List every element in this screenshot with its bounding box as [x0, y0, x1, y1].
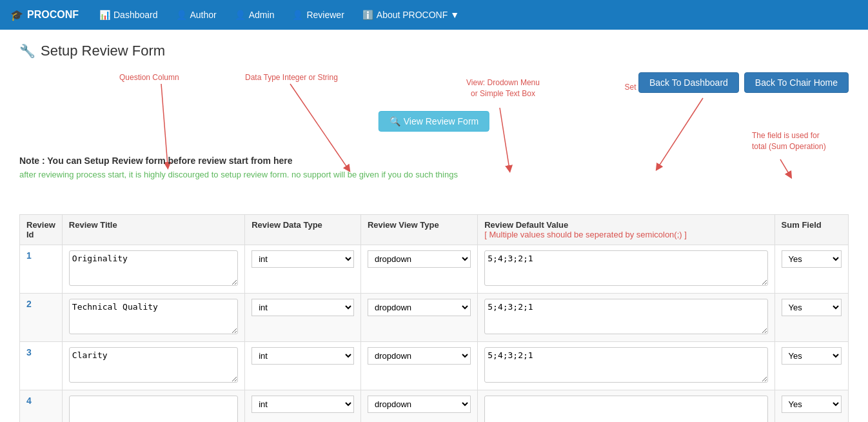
page-title: 🔧 Setup Review Form: [19, 43, 849, 59]
table-row: 3intstringdropdowntextboxYesNo: [20, 342, 849, 390]
cell-id: 2: [20, 294, 63, 342]
nav-dashboard[interactable]: 📊 Dashboard: [92, 6, 166, 24]
default-value-input[interactable]: [484, 347, 767, 383]
annot-sum-field: The field is used fortotal (Sum Operatio…: [752, 130, 842, 152]
cell-view-type: dropdowntextbox: [360, 245, 477, 294]
cell-view-type: dropdowntextbox: [360, 294, 477, 342]
th-review-default-value: Review Default Value [ Multiple values s…: [478, 215, 774, 245]
title-input[interactable]: [69, 250, 238, 286]
cell-title: [62, 245, 244, 294]
admin-icon: 👤: [235, 10, 246, 20]
back-to-dashboard-button[interactable]: Back To Dashboard: [638, 72, 739, 93]
cell-id: 1: [20, 245, 63, 294]
search-icon: 🔍: [390, 116, 400, 126]
default-value-input[interactable]: [484, 299, 767, 334]
cell-id: 3: [20, 342, 63, 390]
nav-reviewer[interactable]: 👤 Reviewer: [284, 6, 351, 24]
view-type-select[interactable]: dropdowntextbox: [368, 396, 471, 413]
cell-sum-field: YesNo: [774, 245, 848, 294]
table-row: 1intstringdropdowntextboxYesNo: [20, 245, 849, 294]
sum-field-select[interactable]: YesNo: [782, 299, 842, 316]
annot-question-column: Question Column: [119, 72, 179, 83]
cell-view-type: dropdowntextbox: [360, 342, 477, 390]
author-icon: 👤: [176, 10, 187, 20]
data-type-select[interactable]: intstring: [252, 396, 354, 413]
default-value-input[interactable]: [484, 396, 767, 422]
cell-default-value: [478, 390, 774, 423]
th-review-id: Review Id: [20, 215, 63, 245]
dashboard-icon: 📊: [99, 10, 110, 20]
cell-data-type: intstring: [245, 342, 361, 390]
reviewer-icon: 👤: [292, 10, 303, 20]
nav-about[interactable]: ℹ️ About PROCONF ▼: [355, 6, 467, 24]
svg-line-3: [658, 98, 703, 168]
svg-line-4: [780, 159, 790, 176]
annot-data-type: Data Type Integer or String: [245, 72, 338, 83]
table-row: 2intstringdropdowntextboxYesNo: [20, 294, 849, 342]
cell-default-value: [478, 245, 774, 294]
brand-label: PROCONF: [27, 9, 79, 21]
th-review-data-type: Review Data Type: [245, 215, 361, 245]
note-bold: Note : You can Setup Review form before …: [19, 156, 458, 166]
svg-line-2: [500, 108, 509, 169]
svg-line-0: [161, 84, 168, 166]
default-value-input[interactable]: [484, 250, 767, 286]
th-review-view-type: Review View Type: [360, 215, 477, 245]
cell-sum-field: YesNo: [774, 342, 848, 390]
cell-title: [62, 294, 244, 342]
sum-field-select[interactable]: YesNo: [782, 250, 842, 268]
annot-view-type: View: Drodown Menuor Simple Text Box: [458, 77, 548, 99]
review-table: Review Id Review Title Review Data Type …: [19, 214, 849, 422]
nav-admin[interactable]: 👤 Admin: [227, 6, 282, 24]
brand[interactable]: 🎓 PROCONF: [10, 9, 79, 21]
view-review-form-button[interactable]: 🔍 View Review Form: [379, 111, 489, 132]
view-type-select[interactable]: dropdowntextbox: [368, 299, 471, 316]
back-to-chair-home-button[interactable]: Back To Chair Home: [744, 72, 849, 93]
cell-sum-field: YesNo: [774, 390, 848, 423]
sum-field-select[interactable]: YesNo: [782, 347, 842, 365]
data-type-select[interactable]: intstring: [252, 347, 354, 365]
cell-id: 4: [20, 390, 63, 423]
th-review-title: Review Title: [62, 215, 244, 245]
cell-data-type: intstring: [245, 245, 361, 294]
about-icon: ℹ️: [362, 10, 373, 20]
sum-field-select[interactable]: YesNo: [782, 396, 842, 413]
wrench-icon: 🔧: [19, 43, 35, 59]
cell-data-type: intstring: [245, 294, 361, 342]
navbar: 🎓 PROCONF 📊 Dashboard 👤 Author 👤 Admin 👤…: [0, 0, 868, 30]
cell-default-value: [478, 342, 774, 390]
cell-title: [62, 342, 244, 390]
nav-author[interactable]: 👤 Author: [168, 6, 224, 24]
title-input[interactable]: [69, 347, 238, 383]
th-sum-field: Sum Field: [774, 215, 848, 245]
page-content: 🔧 Setup Review Form Question Column Data…: [0, 30, 868, 422]
view-type-select[interactable]: dropdowntextbox: [368, 347, 471, 365]
cell-title: [62, 390, 244, 423]
data-type-select[interactable]: intstring: [252, 250, 354, 268]
note-warning: after reviewing process start, it is hig…: [19, 170, 458, 179]
cell-sum-field: YesNo: [774, 294, 848, 342]
cell-view-type: dropdowntextbox: [360, 390, 477, 423]
title-input[interactable]: [69, 299, 238, 334]
title-input[interactable]: [69, 396, 238, 422]
cell-default-value: [478, 294, 774, 342]
cell-data-type: intstring: [245, 390, 361, 423]
table-row: 4intstringdropdowntextboxYesNo: [20, 390, 849, 423]
brand-icon: 🎓: [10, 9, 23, 21]
view-type-select[interactable]: dropdowntextbox: [368, 250, 471, 268]
data-type-select[interactable]: intstring: [252, 299, 354, 316]
